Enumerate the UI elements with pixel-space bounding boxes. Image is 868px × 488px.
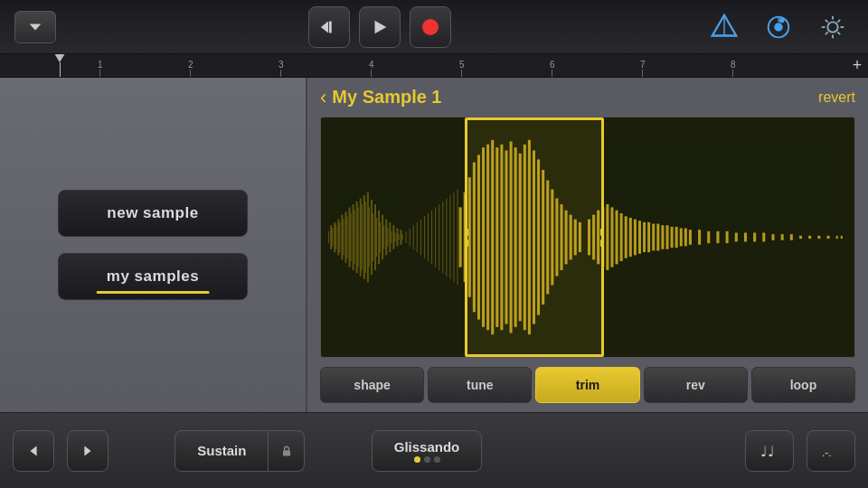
svg-rect-88 [680, 229, 683, 247]
svg-rect-36 [385, 220, 387, 256]
svg-rect-112 [343, 220, 344, 256]
svg-rect-30 [363, 195, 365, 279]
play-button[interactable] [359, 6, 401, 48]
knob-icon-button[interactable] [758, 6, 799, 48]
svg-rect-95 [735, 233, 738, 242]
svg-rect-93 [716, 231, 719, 243]
svg-rect-103 [808, 236, 811, 239]
top-left [14, 11, 56, 43]
tab-tune[interactable]: tune [428, 367, 532, 403]
svg-rect-102 [799, 236, 802, 239]
svg-text:.-.: .-. [822, 446, 832, 459]
svg-rect-21 [330, 225, 332, 249]
sustain-group: Sustain [121, 430, 359, 472]
music-notes-button-1[interactable]: ♩♩ [745, 430, 794, 472]
sample-name: My Sample 1 [332, 87, 441, 108]
main-area: new sample my samples ‹ My Sample 1 reve… [0, 78, 868, 412]
bottom-bar: Sustain Glissando ♩♩ .-. [0, 412, 868, 488]
svg-rect-41 [459, 207, 462, 267]
revert-button[interactable]: revert [818, 89, 855, 106]
gear-icon-button[interactable] [812, 6, 854, 48]
svg-rect-136 [431, 211, 432, 265]
svg-rect-79 [638, 221, 641, 253]
svg-rect-120 [373, 213, 373, 261]
svg-rect-80 [643, 222, 646, 252]
ruler-tick-5: 5 [459, 60, 465, 77]
trim-handle-right[interactable] [599, 220, 603, 256]
svg-rect-128 [402, 234, 403, 240]
svg-marker-0 [30, 23, 42, 30]
prev-button[interactable] [13, 430, 54, 472]
new-sample-button[interactable]: new sample [58, 190, 248, 237]
trim-handle-left[interactable] [466, 220, 469, 256]
record-button[interactable] [410, 6, 451, 48]
svg-rect-97 [753, 233, 756, 242]
right-panel: ‹ My Sample 1 revert [307, 78, 868, 412]
svg-rect-40 [400, 230, 401, 245]
tab-bar: shape tune trim rev loop [320, 367, 855, 403]
glissando-button[interactable]: Glissando [372, 430, 483, 472]
svg-rect-34 [378, 211, 380, 265]
add-track-button[interactable]: + [846, 55, 868, 77]
svg-rect-113 [346, 216, 347, 258]
tab-loop[interactable]: loop [751, 367, 855, 403]
sustain-button[interactable]: Sustain [175, 430, 269, 472]
lock-button[interactable] [269, 430, 305, 472]
ruler-tick-2: 2 [188, 60, 193, 77]
svg-rect-141 [449, 195, 450, 279]
back-button[interactable]: ‹ [320, 88, 326, 108]
svg-rect-84 [661, 225, 664, 249]
svg-line-17 [837, 32, 840, 34]
svg-rect-86 [671, 227, 674, 248]
svg-line-18 [837, 19, 840, 22]
svg-rect-24 [341, 215, 343, 260]
music-notes-button-2[interactable]: .-. [807, 430, 855, 472]
next-button[interactable] [67, 430, 108, 472]
tab-rev[interactable]: rev [644, 367, 748, 403]
svg-rect-77 [629, 218, 632, 257]
tab-trim[interactable]: trim [535, 367, 639, 403]
svg-rect-118 [365, 202, 366, 274]
svg-rect-82 [652, 224, 655, 251]
svg-rect-98 [762, 233, 765, 242]
svg-point-9 [779, 17, 785, 23]
svg-rect-115 [354, 211, 355, 265]
rewind-button[interactable] [308, 6, 350, 48]
ruler-tick-3: 3 [278, 60, 284, 77]
svg-rect-124 [387, 229, 388, 247]
trim-selection[interactable] [465, 117, 603, 357]
svg-rect-81 [647, 222, 650, 252]
svg-rect-26 [349, 207, 351, 267]
glissando-dot-3 [434, 456, 440, 463]
left-panel: new sample my samples [0, 78, 307, 412]
svg-line-19 [826, 32, 828, 34]
svg-rect-28 [356, 202, 358, 274]
svg-marker-3 [375, 20, 387, 33]
svg-rect-2 [329, 21, 332, 33]
dropdown-button[interactable] [14, 11, 56, 43]
svg-rect-90 [689, 230, 692, 245]
triangle-icon-button[interactable] [703, 6, 745, 48]
svg-rect-116 [358, 207, 359, 267]
svg-rect-23 [337, 220, 339, 256]
svg-rect-33 [374, 204, 376, 270]
svg-rect-121 [376, 218, 377, 257]
svg-rect-123 [383, 225, 384, 249]
svg-rect-91 [698, 230, 701, 245]
ruler-tick-6: 6 [550, 60, 555, 77]
svg-rect-133 [420, 220, 421, 256]
svg-marker-1 [321, 21, 328, 33]
svg-rect-109 [332, 229, 333, 247]
tab-shape[interactable]: shape [320, 367, 424, 403]
ruler: 1 2 3 4 5 6 7 8 + [0, 54, 868, 78]
svg-rect-130 [410, 229, 410, 247]
svg-rect-105 [826, 236, 829, 239]
svg-rect-75 [620, 213, 623, 261]
glissando-dot-2 [424, 456, 430, 463]
svg-rect-143 [458, 190, 458, 286]
svg-rect-131 [413, 225, 414, 249]
svg-rect-137 [435, 207, 436, 267]
glissando-dot-1 [414, 456, 420, 463]
my-samples-button[interactable]: my samples [58, 253, 248, 300]
svg-rect-134 [424, 216, 425, 258]
